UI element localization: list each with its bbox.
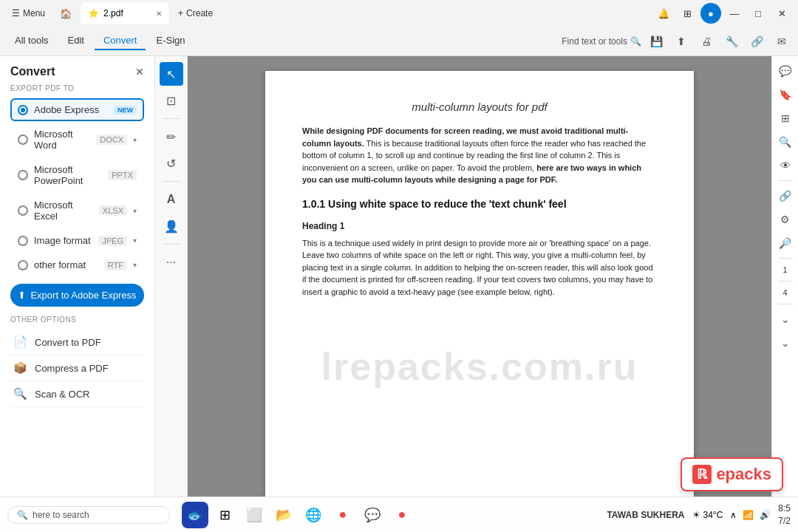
select-tool[interactable]: ↖: [160, 62, 183, 86]
word-format: DOCX: [96, 134, 127, 145]
home-button[interactable]: 🏠: [55, 3, 76, 24]
tab-title: 2.pdf: [103, 8, 123, 18]
print-icon[interactable]: 🖨: [696, 31, 717, 52]
tab-close-button[interactable]: ✕: [156, 10, 162, 18]
tab-esign[interactable]: E-Sign: [147, 32, 194, 50]
taskbar-fish-icon[interactable]: 🐟: [182, 502, 208, 528]
word-arrow: ▾: [133, 136, 137, 144]
more-tools[interactable]: ···: [160, 250, 183, 274]
other-label: other format: [34, 259, 98, 270]
col-body: This is a technique used widely in print…: [302, 237, 657, 299]
bookmark-button[interactable]: 🔖: [775, 84, 796, 105]
option-excel[interactable]: Microsoft Excel XLSX ▾: [10, 194, 144, 228]
option-image[interactable]: Image format JPEG ▾: [10, 229, 144, 252]
adobe-label: Adobe Express: [34, 104, 108, 115]
radio-excel: [18, 205, 28, 216]
menu-button[interactable]: ☰ Menu: [6, 5, 51, 21]
new-tab-button[interactable]: + Create: [172, 5, 219, 21]
snapshot-tool[interactable]: ⊡: [160, 89, 183, 112]
chevron-icon[interactable]: ∧: [730, 510, 737, 520]
undo-tool[interactable]: ↺: [160, 151, 183, 175]
taskbar-edge[interactable]: 🌐: [300, 502, 327, 528]
zoom-button[interactable]: 🔎: [775, 233, 796, 253]
word-label: Microsoft Word: [34, 129, 90, 151]
sidebar-close-button[interactable]: ✕: [135, 66, 144, 78]
view-button[interactable]: ⊞: [775, 108, 796, 129]
tab-all-tools[interactable]: All tools: [6, 32, 58, 50]
enhance-icon[interactable]: 🔧: [721, 31, 742, 52]
more-button[interactable]: ⌄: [775, 332, 796, 353]
nav-tabs: All tools Edit Convert E-Sign: [6, 32, 194, 50]
radio-adobe: [18, 105, 28, 115]
link-button[interactable]: 🔗: [775, 185, 796, 206]
pdf-column-layout: Heading 1 This is a technique used widel…: [302, 219, 657, 306]
taskbar-icons: 🐟 ⊞ ⬜ 📂 🌐 ● 💬 ●: [182, 502, 415, 528]
search-placeholder: here to search: [33, 510, 89, 520]
pdf-title: multi-column layouts for pdf: [302, 100, 657, 113]
sound-icon[interactable]: 🔊: [760, 510, 771, 520]
sidebar-title: Convert: [10, 65, 55, 78]
taskbar-chrome[interactable]: ●: [330, 502, 356, 528]
text-tool[interactable]: A: [160, 188, 183, 211]
pdf-intro: While designing PDF documents for screen…: [302, 125, 657, 186]
scroll-down-button[interactable]: ⌄: [775, 309, 796, 330]
taskbar-search[interactable]: 🔍 here to search: [7, 506, 170, 524]
minimize-button[interactable]: —: [724, 3, 745, 24]
export-icon: ⬆: [18, 290, 26, 301]
save-icon[interactable]: 💾: [646, 31, 666, 52]
convert-to-pdf-option[interactable]: 📄 Convert to PDF: [10, 330, 144, 355]
search-button[interactable]: 🔍: [775, 132, 796, 152]
taskbar-explorer[interactable]: 📂: [270, 502, 297, 528]
option-other[interactable]: other format RTF ▾: [10, 253, 144, 276]
pdf-viewer[interactable]: lrepacks.com.ru multi-column layouts for…: [188, 56, 771, 497]
page-number-2: 4: [780, 286, 789, 299]
export-label: EXPORT PDF TO: [10, 84, 144, 92]
scan-ocr-option[interactable]: 🔍 Scan & OCR: [10, 381, 144, 407]
taskbar-widgets[interactable]: ⬜: [241, 502, 267, 528]
taskbar-whatsapp[interactable]: 💬: [359, 502, 386, 528]
option-word[interactable]: Microsoft Word DOCX ▾: [10, 123, 144, 157]
eye-button[interactable]: 👁: [775, 155, 796, 176]
comment-button[interactable]: 💬: [775, 61, 796, 81]
excel-format: XLSX: [99, 205, 127, 216]
date: 7/2: [778, 515, 791, 528]
pen-tool[interactable]: ✏: [160, 125, 183, 149]
network-icon[interactable]: 📶: [743, 510, 754, 520]
image-arrow: ▾: [133, 236, 137, 245]
option-powerpoint[interactable]: Microsoft PowerPoint PPTX: [10, 158, 144, 192]
person-tool[interactable]: 👤: [160, 214, 183, 238]
right-separator-2: [778, 258, 793, 259]
find-tools[interactable]: Find text or tools 🔍: [562, 36, 641, 47]
maximize-button[interactable]: □: [748, 3, 768, 24]
logo-icon: ℝ: [692, 465, 712, 484]
compress-icon: 📦: [13, 361, 27, 375]
lrepacks-logo: ℝ epacks: [681, 457, 783, 491]
weather-widget[interactable]: ☀ 34°C: [692, 510, 723, 520]
settings-button[interactable]: ⚙: [775, 209, 796, 230]
nav-right: Find text or tools 🔍 💾 ⬆ 🖨 🔧 🔗 ✉: [562, 31, 792, 52]
right-separator: [778, 180, 793, 181]
taskbar-multitasking[interactable]: ⊞: [211, 502, 238, 528]
time: 8:5: [778, 502, 791, 515]
chain-icon[interactable]: 🔗: [746, 31, 767, 52]
pdf-body: While designing PDF documents for screen…: [302, 125, 657, 305]
toolbar-separator-1: [163, 118, 180, 119]
upload-icon[interactable]: ⬆: [671, 31, 692, 52]
mail-icon[interactable]: ✉: [771, 31, 792, 52]
taskbar-another-chrome[interactable]: ●: [389, 502, 415, 528]
option-adobe-express[interactable]: Adobe Express NEW: [10, 98, 144, 121]
scan-icon: 🔍: [13, 387, 27, 400]
profile-icon[interactable]: ●: [700, 3, 721, 24]
logo-text: epacks: [716, 465, 771, 484]
new-tab-label: Create: [186, 8, 213, 18]
active-tab[interactable]: ⭐ 2.pdf ✕: [81, 2, 169, 24]
notifications-icon[interactable]: 🔔: [653, 3, 674, 24]
tab-edit[interactable]: Edit: [59, 32, 93, 50]
compress-pdf-option[interactable]: 📦 Compress a PDF: [10, 355, 144, 381]
close-button[interactable]: ✕: [771, 3, 792, 24]
menu-label: Menu: [23, 8, 45, 18]
ppt-label: Microsoft PowerPoint: [34, 164, 102, 186]
grid-icon[interactable]: ⊞: [677, 3, 698, 24]
export-button[interactable]: ⬆ Export to Adobe Express: [10, 284, 144, 307]
tab-convert[interactable]: Convert: [95, 32, 146, 50]
